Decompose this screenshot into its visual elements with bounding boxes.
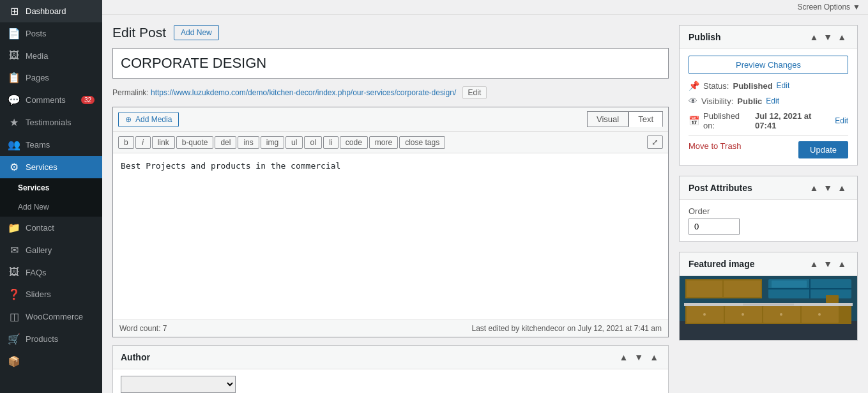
- featured-img-toggle[interactable]: ▲: [835, 259, 848, 269]
- ins-button[interactable]: ins: [238, 136, 259, 149]
- contact-icon: ✉: [8, 244, 20, 256]
- sidebar-item-sliders[interactable]: ◫ WooCommerce: [0, 305, 102, 328]
- svg-rect-20: [826, 295, 839, 303]
- close-tags-button[interactable]: close tags: [399, 136, 445, 149]
- author-select[interactable]: [121, 376, 236, 393]
- editor-body[interactable]: Best Projects and products in the commer…: [113, 153, 668, 320]
- published-on-label: Published on:: [703, 111, 751, 130]
- svg-point-18: [818, 313, 821, 316]
- status-edit-link[interactable]: Edit: [777, 81, 790, 90]
- featured-image-body: [680, 276, 857, 340]
- code-button[interactable]: code: [340, 136, 368, 149]
- blockquote-button[interactable]: b-quote: [176, 136, 214, 149]
- post-attr-toggle[interactable]: ▲: [835, 183, 848, 193]
- sidebar-item-dashboard[interactable]: ⊞ Dashboard: [0, 0, 102, 22]
- sidebar-item-faqs[interactable]: ❓ Sliders: [0, 283, 102, 305]
- post-attr-down[interactable]: ▼: [821, 183, 834, 193]
- post-attributes-panel: Post Attributes ▲ ▼ ▲ Order: [679, 176, 858, 242]
- sidebar-item-comments[interactable]: 💬 Comments 32: [0, 89, 102, 111]
- sidebar-item-label: FAQs: [26, 268, 47, 277]
- sidebar-item-label: Gallery: [26, 245, 52, 255]
- svg-rect-9: [687, 281, 722, 297]
- sidebar-item-teams[interactable]: 👥 Teams: [0, 134, 102, 156]
- del-button[interactable]: del: [215, 136, 236, 149]
- sidebar-item-media[interactable]: 🖼 Media: [0, 45, 102, 66]
- word-count: Word count: 7: [119, 324, 167, 333]
- comments-badge: 32: [81, 96, 95, 104]
- order-label: Order: [689, 206, 848, 216]
- teams-icon: 👥: [8, 139, 20, 151]
- sidebar: ⊞ Dashboard 📄 Posts 🖼 Media 📋 Pages 💬 Co…: [0, 0, 102, 393]
- sidebar-item-contact[interactable]: ✉ Gallery: [0, 239, 102, 261]
- sidebar-sub-item-services[interactable]: Services: [0, 178, 102, 197]
- order-input[interactable]: [689, 219, 740, 235]
- sidebar-item-label: Contact: [26, 223, 54, 233]
- featured-image-thumbnail[interactable]: [680, 276, 857, 340]
- li-button[interactable]: li: [323, 136, 339, 149]
- visibility-edit-link[interactable]: Edit: [766, 96, 779, 105]
- dashboard-icon: ⊞: [8, 5, 20, 17]
- svg-rect-14: [772, 281, 807, 288]
- sidebar-item-label: Media: [26, 51, 48, 61]
- topbar: Screen Options ▼: [102, 0, 868, 15]
- text-tab[interactable]: Text: [628, 111, 663, 127]
- sliders-icon: ◫: [8, 311, 20, 323]
- preview-changes-button[interactable]: Preview Changes: [689, 56, 848, 74]
- sidebar-item-pages[interactable]: 📋 Pages: [0, 66, 102, 89]
- italic-button[interactable]: i: [135, 136, 151, 149]
- featured-img-up[interactable]: ▲: [807, 259, 820, 269]
- add-media-button[interactable]: ⊕ Add Media: [118, 112, 179, 127]
- visual-tab[interactable]: Visual: [587, 111, 628, 127]
- author-box-collapse-down[interactable]: ▼: [632, 352, 645, 362]
- update-button[interactable]: Update: [798, 141, 848, 158]
- svg-rect-19: [743, 304, 794, 305]
- img-button[interactable]: img: [261, 136, 284, 149]
- featured-image-controls: ▲ ▼ ▲: [807, 259, 848, 269]
- permalink-edit-button[interactable]: Edit: [462, 86, 487, 99]
- publish-panel-title: Publish: [689, 32, 721, 42]
- featured-img-down[interactable]: ▼: [821, 259, 834, 269]
- publish-panel-controls: ▲ ▼ ▲: [807, 32, 848, 42]
- move-trash-link[interactable]: Move to Trash: [689, 141, 741, 151]
- sidebar-item-label: Comments: [26, 95, 66, 105]
- sidebar-item-testimonials[interactable]: ★ Testimonials: [0, 111, 102, 134]
- sidebar-item-label: Sliders: [26, 289, 51, 299]
- ul-button[interactable]: ul: [286, 136, 303, 149]
- view-tabs: Visual Text: [587, 111, 663, 127]
- author-box-toggle[interactable]: ▲: [648, 352, 660, 362]
- author-box-collapse-up[interactable]: ▲: [617, 352, 630, 362]
- visibility-row: 👁 Visibility: Public Edit: [689, 96, 848, 106]
- sidebar-sub-label: Add New: [18, 203, 49, 212]
- author-box-title: Author: [121, 352, 150, 362]
- gallery-icon: 🖼: [8, 266, 20, 278]
- add-new-button[interactable]: Add New: [174, 25, 219, 40]
- publish-divider: [689, 135, 848, 136]
- author-box-body: [113, 369, 668, 393]
- bold-button[interactable]: b: [118, 136, 134, 149]
- screen-options-button[interactable]: Screen Options ▼: [797, 3, 860, 12]
- svg-point-16: [742, 313, 744, 316]
- link-button[interactable]: link: [152, 136, 175, 149]
- ol-button[interactable]: ol: [304, 136, 321, 149]
- add-media-icon: ⊕: [125, 115, 132, 124]
- sidebar-item-services[interactable]: ⚙ Services: [0, 156, 102, 178]
- more-button[interactable]: more: [369, 136, 398, 149]
- publish-panel-up[interactable]: ▲: [807, 32, 820, 42]
- permalink-link[interactable]: https://www.luzukdemo.com/demo/kitchen-d…: [151, 88, 456, 97]
- post-attributes-header: Post Attributes ▲ ▼ ▲: [680, 176, 857, 200]
- sidebar-item-woocommerce[interactable]: 🛒 Products: [0, 328, 102, 350]
- sidebar-item-products[interactable]: 📦: [0, 350, 102, 373]
- author-box-header: Author ▲ ▼ ▲: [113, 346, 668, 369]
- sidebar-item-label: WooCommerce: [26, 312, 83, 321]
- publish-panel-toggle[interactable]: ▲: [835, 32, 848, 42]
- expand-editor-button[interactable]: ⤢: [647, 135, 663, 149]
- publish-panel-down[interactable]: ▼: [821, 32, 834, 42]
- sidebar-item-posts[interactable]: 📄 Posts: [0, 22, 102, 45]
- sidebar-item-gallery[interactable]: 🖼 FAQs: [0, 261, 102, 283]
- sidebar-item-project[interactable]: 📁 Contact: [0, 217, 102, 239]
- post-attr-up[interactable]: ▲: [807, 183, 820, 193]
- author-box-controls: ▲ ▼ ▲: [617, 352, 660, 362]
- post-title-input[interactable]: [112, 48, 669, 79]
- sidebar-sub-item-add-new[interactable]: Add New: [0, 197, 102, 217]
- published-on-edit-link[interactable]: Edit: [835, 116, 848, 125]
